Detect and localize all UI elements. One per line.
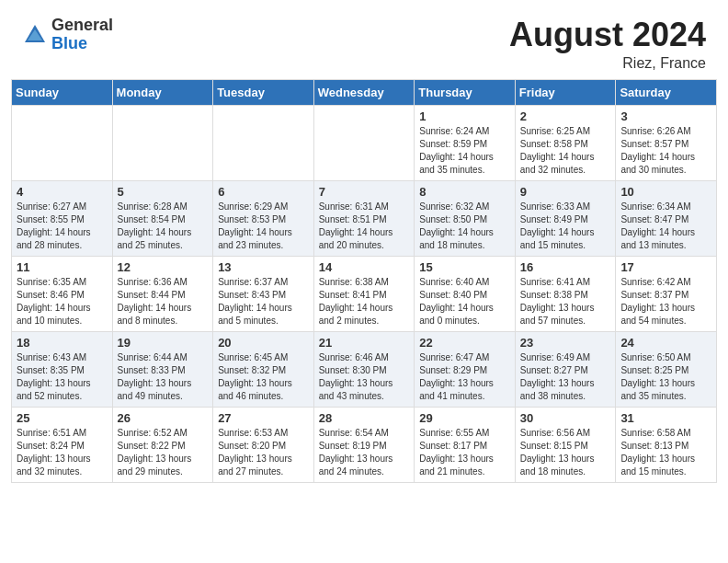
logo-text: General Blue [51, 17, 113, 53]
weekday-header: Friday [515, 79, 616, 105]
calendar-day-cell: 21Sunrise: 6:46 AM Sunset: 8:30 PM Dayli… [313, 331, 415, 407]
calendar-day-cell: 3Sunrise: 6:26 AM Sunset: 8:57 PM Daylig… [616, 105, 717, 180]
calendar-body: 1Sunrise: 6:24 AM Sunset: 8:59 PM Daylig… [12, 105, 717, 482]
day-number: 5 [118, 185, 209, 199]
day-number: 10 [620, 185, 711, 199]
day-info: Sunrise: 6:26 AM Sunset: 8:57 PM Dayligh… [620, 125, 711, 177]
calendar-day-cell: 5Sunrise: 6:28 AM Sunset: 8:54 PM Daylig… [112, 180, 213, 256]
calendar-day-cell: 24Sunrise: 6:50 AM Sunset: 8:25 PM Dayli… [616, 331, 717, 407]
day-number: 1 [419, 109, 510, 123]
day-info: Sunrise: 6:45 AM Sunset: 8:32 PM Dayligh… [218, 351, 309, 403]
calendar-day-cell: 10Sunrise: 6:34 AM Sunset: 8:47 PM Dayli… [616, 180, 717, 256]
day-number: 24 [620, 336, 711, 350]
day-number: 20 [218, 336, 309, 350]
day-number: 7 [319, 185, 410, 199]
weekday-header: Saturday [616, 79, 717, 105]
calendar-day-cell: 16Sunrise: 6:41 AM Sunset: 8:38 PM Dayli… [515, 256, 616, 331]
day-info: Sunrise: 6:34 AM Sunset: 8:47 PM Dayligh… [620, 201, 711, 252]
day-info: Sunrise: 6:27 AM Sunset: 8:55 PM Dayligh… [17, 201, 108, 252]
weekday-header: Thursday [415, 79, 516, 105]
calendar-day-cell: 31Sunrise: 6:58 AM Sunset: 8:13 PM Dayli… [616, 407, 717, 482]
day-info: Sunrise: 6:52 AM Sunset: 8:22 PM Dayligh… [118, 427, 209, 478]
day-number: 14 [319, 260, 410, 274]
calendar-day-cell [112, 105, 213, 180]
day-number: 12 [118, 260, 209, 274]
day-info: Sunrise: 6:38 AM Sunset: 8:41 PM Dayligh… [319, 276, 410, 327]
day-info: Sunrise: 6:33 AM Sunset: 8:49 PM Dayligh… [520, 201, 611, 252]
calendar-day-cell: 14Sunrise: 6:38 AM Sunset: 8:41 PM Dayli… [313, 256, 415, 331]
day-info: Sunrise: 6:58 AM Sunset: 8:13 PM Dayligh… [620, 427, 711, 478]
calendar-day-cell: 7Sunrise: 6:31 AM Sunset: 8:51 PM Daylig… [313, 180, 415, 256]
day-number: 6 [218, 185, 309, 199]
day-number: 19 [118, 336, 209, 350]
calendar-day-cell: 23Sunrise: 6:49 AM Sunset: 8:27 PM Dayli… [515, 331, 616, 407]
logo-general: General [51, 17, 113, 35]
calendar-day-cell: 12Sunrise: 6:36 AM Sunset: 8:44 PM Dayli… [112, 256, 213, 331]
logo-blue: Blue [51, 35, 113, 53]
day-number: 28 [319, 411, 410, 425]
calendar-day-cell: 11Sunrise: 6:35 AM Sunset: 8:46 PM Dayli… [12, 256, 113, 331]
calendar-day-cell: 6Sunrise: 6:29 AM Sunset: 8:53 PM Daylig… [213, 180, 314, 256]
calendar-day-cell: 4Sunrise: 6:27 AM Sunset: 8:55 PM Daylig… [12, 180, 113, 256]
day-info: Sunrise: 6:55 AM Sunset: 8:17 PM Dayligh… [419, 427, 510, 478]
day-info: Sunrise: 6:56 AM Sunset: 8:15 PM Dayligh… [520, 427, 611, 478]
day-info: Sunrise: 6:41 AM Sunset: 8:38 PM Dayligh… [520, 276, 611, 327]
day-info: Sunrise: 6:24 AM Sunset: 8:59 PM Dayligh… [419, 125, 510, 177]
calendar-day-cell: 9Sunrise: 6:33 AM Sunset: 8:49 PM Daylig… [515, 180, 616, 256]
calendar-day-cell [12, 105, 113, 180]
day-info: Sunrise: 6:44 AM Sunset: 8:33 PM Dayligh… [118, 351, 209, 403]
day-info: Sunrise: 6:37 AM Sunset: 8:43 PM Dayligh… [218, 276, 309, 327]
day-number: 27 [218, 411, 309, 425]
day-info: Sunrise: 6:46 AM Sunset: 8:30 PM Dayligh… [319, 351, 410, 403]
calendar-day-cell: 2Sunrise: 6:25 AM Sunset: 8:58 PM Daylig… [515, 105, 616, 180]
day-info: Sunrise: 6:49 AM Sunset: 8:27 PM Dayligh… [520, 351, 611, 403]
day-info: Sunrise: 6:32 AM Sunset: 8:50 PM Dayligh… [419, 201, 510, 252]
day-info: Sunrise: 6:47 AM Sunset: 8:29 PM Dayligh… [419, 351, 510, 403]
calendar-week-row: 4Sunrise: 6:27 AM Sunset: 8:55 PM Daylig… [12, 180, 717, 256]
calendar-day-cell: 17Sunrise: 6:42 AM Sunset: 8:37 PM Dayli… [616, 256, 717, 331]
day-number: 23 [520, 336, 611, 350]
calendar-day-cell: 30Sunrise: 6:56 AM Sunset: 8:15 PM Dayli… [515, 407, 616, 482]
page-header: General Blue August 2024 Riez, France [0, 0, 728, 79]
day-info: Sunrise: 6:42 AM Sunset: 8:37 PM Dayligh… [620, 276, 711, 327]
calendar-day-cell: 26Sunrise: 6:52 AM Sunset: 8:22 PM Dayli… [112, 407, 213, 482]
day-number: 18 [17, 336, 108, 350]
calendar-day-cell: 13Sunrise: 6:37 AM Sunset: 8:43 PM Dayli… [213, 256, 314, 331]
day-number: 2 [520, 109, 611, 123]
calendar-day-cell [213, 105, 314, 180]
calendar-day-cell: 19Sunrise: 6:44 AM Sunset: 8:33 PM Dayli… [112, 331, 213, 407]
day-info: Sunrise: 6:35 AM Sunset: 8:46 PM Dayligh… [17, 276, 108, 327]
calendar-day-cell: 15Sunrise: 6:40 AM Sunset: 8:40 PM Dayli… [415, 256, 516, 331]
day-info: Sunrise: 6:25 AM Sunset: 8:58 PM Dayligh… [520, 125, 611, 177]
day-number: 13 [218, 260, 309, 274]
calendar-day-cell: 8Sunrise: 6:32 AM Sunset: 8:50 PM Daylig… [415, 180, 516, 256]
day-number: 30 [520, 411, 611, 425]
day-number: 31 [620, 411, 711, 425]
calendar-week-row: 1Sunrise: 6:24 AM Sunset: 8:59 PM Daylig… [12, 105, 717, 180]
weekday-header: Wednesday [313, 79, 415, 105]
day-number: 3 [620, 109, 711, 123]
calendar-day-cell: 29Sunrise: 6:55 AM Sunset: 8:17 PM Dayli… [415, 407, 516, 482]
day-number: 29 [419, 411, 510, 425]
day-info: Sunrise: 6:36 AM Sunset: 8:44 PM Dayligh… [118, 276, 209, 327]
location: Riez, France [509, 55, 706, 72]
weekday-header: Tuesday [213, 79, 314, 105]
day-number: 9 [520, 185, 611, 199]
weekday-row: SundayMondayTuesdayWednesdayThursdayFrid… [12, 79, 717, 105]
day-number: 17 [620, 260, 711, 274]
day-number: 22 [419, 336, 510, 350]
calendar-day-cell: 22Sunrise: 6:47 AM Sunset: 8:29 PM Dayli… [415, 331, 516, 407]
day-info: Sunrise: 6:28 AM Sunset: 8:54 PM Dayligh… [118, 201, 209, 252]
calendar-week-row: 18Sunrise: 6:43 AM Sunset: 8:35 PM Dayli… [12, 331, 717, 407]
calendar-day-cell: 1Sunrise: 6:24 AM Sunset: 8:59 PM Daylig… [415, 105, 516, 180]
weekday-header: Sunday [12, 79, 113, 105]
day-info: Sunrise: 6:40 AM Sunset: 8:40 PM Dayligh… [419, 276, 510, 327]
day-info: Sunrise: 6:31 AM Sunset: 8:51 PM Dayligh… [319, 201, 410, 252]
weekday-header: Monday [112, 79, 213, 105]
calendar-day-cell [313, 105, 415, 180]
calendar-day-cell: 27Sunrise: 6:53 AM Sunset: 8:20 PM Dayli… [213, 407, 314, 482]
day-number: 8 [419, 185, 510, 199]
day-info: Sunrise: 6:54 AM Sunset: 8:19 PM Dayligh… [319, 427, 410, 478]
day-info: Sunrise: 6:51 AM Sunset: 8:24 PM Dayligh… [17, 427, 108, 478]
month-year: August 2024 [509, 17, 706, 53]
